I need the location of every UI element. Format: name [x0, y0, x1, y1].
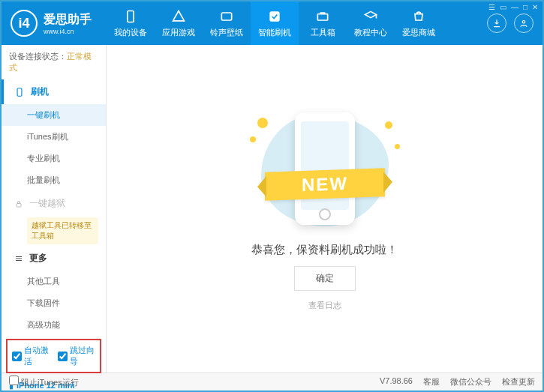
connection-status: 设备连接状态：正常模式 [2, 45, 106, 79]
svg-rect-2 [269, 11, 279, 21]
new-ribbon: NEW [265, 168, 385, 201]
jailbreak-notice: 越狱工具已转移至工具箱 [27, 217, 98, 244]
sidebar-more-header[interactable]: 更多 [2, 246, 106, 271]
main-nav: 我的设备 应用游戏 铃声壁纸 智能刷机 工具箱 教程中心 爱思商城 [107, 1, 487, 45]
skin-icon[interactable]: ▭ [500, 3, 506, 11]
sidebar-pro-flash[interactable]: 专业刷机 [2, 148, 106, 169]
nav-tutorials[interactable]: 教程中心 [347, 1, 395, 45]
nav-apps[interactable]: 应用游戏 [155, 1, 203, 45]
auto-activate-checkbox[interactable]: 自动激活 [12, 345, 50, 367]
minimize-icon[interactable]: — [511, 3, 518, 11]
svg-rect-1 [221, 13, 231, 20]
sidebar-flash-header[interactable]: 刷机 [2, 79, 106, 104]
svg-rect-5 [17, 88, 22, 96]
customer-service-link[interactable]: 客服 [423, 376, 440, 388]
svg-point-4 [522, 21, 525, 24]
svg-rect-6 [17, 203, 21, 207]
logo-icon: i4 [11, 10, 38, 37]
sidebar: 设备连接状态：正常模式 刷机 一键刷机 iTunes刷机 专业刷机 批量刷机 一… [2, 45, 107, 373]
view-log-link[interactable]: 查看日志 [308, 300, 341, 311]
check-update-link[interactable]: 检查更新 [502, 376, 535, 388]
settings-icon[interactable]: ☰ [488, 3, 495, 11]
phone-graphic-icon [295, 112, 355, 225]
sidebar-advanced[interactable]: 高级功能 [2, 314, 106, 336]
window-controls: ☰ ▭ — □ ✕ [488, 3, 538, 11]
main-content: NEW 恭喜您，保资料刷机成功啦！ 确定 查看日志 [107, 45, 542, 373]
maximize-icon[interactable]: □ [523, 3, 527, 11]
logo-area: i4 爱思助手 www.i4.cn [2, 1, 107, 45]
success-illustration: NEW [250, 106, 400, 234]
nav-flash[interactable]: 智能刷机 [251, 1, 299, 45]
close-icon[interactable]: ✕ [532, 3, 538, 11]
sidebar-one-click-flash[interactable]: 一键刷机 [2, 104, 106, 126]
block-itunes-checkbox[interactable]: 阻止iTunes运行 [9, 376, 79, 388]
svg-rect-0 [128, 10, 134, 22]
download-icon[interactable] [487, 13, 506, 33]
app-url: www.i4.cn [44, 28, 92, 35]
version-label: V7.98.66 [380, 376, 413, 388]
sidebar-other-tools[interactable]: 其他工具 [2, 271, 106, 292]
skip-guide-checkbox[interactable]: 跳过向导 [58, 345, 96, 367]
confirm-button[interactable]: 确定 [294, 266, 356, 291]
sidebar-itunes-flash[interactable]: iTunes刷机 [2, 126, 106, 148]
svg-rect-3 [317, 13, 327, 19]
nav-toolbox[interactable]: 工具箱 [299, 1, 347, 45]
user-icon[interactable] [514, 13, 533, 33]
nav-my-device[interactable]: 我的设备 [107, 1, 155, 45]
nav-ringtones[interactable]: 铃声壁纸 [203, 1, 251, 45]
app-header: ☰ ▭ — □ ✕ i4 爱思助手 www.i4.cn 我的设备 应用游戏 铃声… [2, 1, 542, 45]
sidebar-jailbreak: 一键越狱 [2, 191, 106, 216]
app-title: 爱思助手 [44, 12, 92, 28]
success-message: 恭喜您，保资料刷机成功啦！ [251, 243, 398, 257]
nav-store[interactable]: 爱思商城 [395, 1, 443, 45]
wechat-link[interactable]: 微信公众号 [450, 376, 491, 388]
options-highlight-box: 自动激活 跳过向导 [6, 339, 101, 373]
sidebar-download-fw[interactable]: 下载固件 [2, 292, 106, 314]
sidebar-batch-flash[interactable]: 批量刷机 [2, 169, 106, 191]
